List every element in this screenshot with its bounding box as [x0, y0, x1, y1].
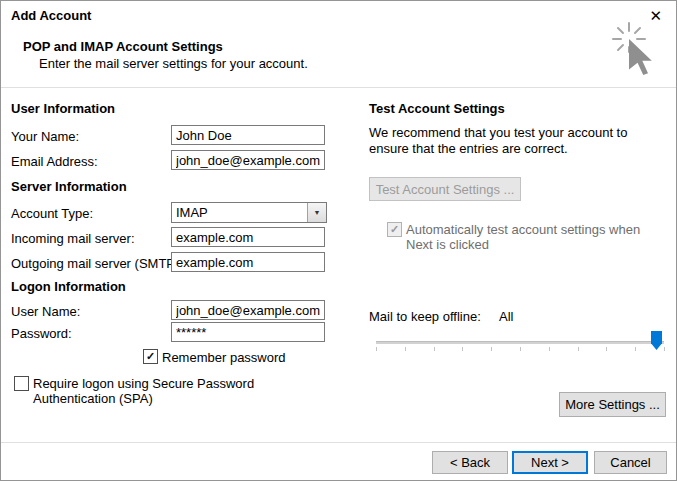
wizard-sparkle-cursor-icon: [601, 21, 671, 83]
checkmark-icon: ✓: [146, 350, 155, 363]
auto-test-label: Automatically test account settings when…: [406, 222, 658, 252]
auto-test-checkbox[interactable]: ✓: [387, 222, 402, 237]
header-divider: [1, 87, 676, 88]
outgoing-server-label: Outgoing mail server (SMTP):: [11, 256, 183, 271]
next-button[interactable]: Next >: [512, 451, 588, 474]
your-name-label: Your Name:: [11, 129, 79, 144]
outgoing-server-input[interactable]: [171, 252, 325, 272]
user-information-heading: User Information: [11, 101, 115, 116]
remember-password-label[interactable]: Remember password: [162, 350, 286, 365]
user-name-label: User Name:: [11, 304, 80, 319]
email-address-label: Email Address:: [11, 154, 98, 169]
header-title: POP and IMAP Account Settings: [23, 39, 223, 54]
footer-divider: [1, 442, 676, 443]
incoming-server-label: Incoming mail server:: [11, 231, 135, 246]
more-settings-button[interactable]: More Settings ...: [559, 392, 666, 417]
account-type-value: IMAP: [172, 203, 307, 222]
remember-password-checkbox[interactable]: ✓: [143, 349, 158, 364]
add-account-dialog: Add Account ✕ POP and IMAP Account Setti…: [0, 0, 677, 481]
incoming-server-input[interactable]: [171, 227, 325, 247]
offline-slider-track[interactable]: [376, 341, 664, 344]
window-title: Add Account: [11, 8, 91, 23]
test-description: We recommend that you test your account …: [369, 125, 667, 157]
cancel-button[interactable]: Cancel: [594, 451, 667, 474]
mail-offline-label: Mail to keep offline:: [369, 309, 481, 324]
back-button[interactable]: < Back: [432, 451, 508, 474]
server-information-heading: Server Information: [11, 179, 127, 194]
test-account-settings-button[interactable]: Test Account Settings ...: [369, 177, 521, 201]
account-type-label: Account Type:: [11, 206, 93, 221]
your-name-input[interactable]: [171, 125, 325, 145]
chevron-down-icon[interactable]: ▼: [307, 203, 326, 222]
mail-offline-value: All: [499, 309, 513, 324]
email-address-input[interactable]: [171, 150, 325, 170]
offline-slider-ticks: [376, 347, 665, 351]
user-name-input[interactable]: [171, 300, 325, 320]
test-account-settings-heading: Test Account Settings: [369, 101, 505, 116]
password-label: Password:: [11, 326, 72, 341]
password-input[interactable]: [171, 322, 325, 342]
checkmark-icon: ✓: [390, 223, 399, 236]
spa-label[interactable]: Require logon using Secure Password Auth…: [33, 376, 333, 406]
spa-checkbox[interactable]: [14, 376, 29, 391]
logon-information-heading: Logon Information: [11, 279, 126, 294]
header-subtitle: Enter the mail server settings for your …: [39, 56, 308, 71]
account-type-select[interactable]: IMAP ▼: [171, 202, 327, 223]
